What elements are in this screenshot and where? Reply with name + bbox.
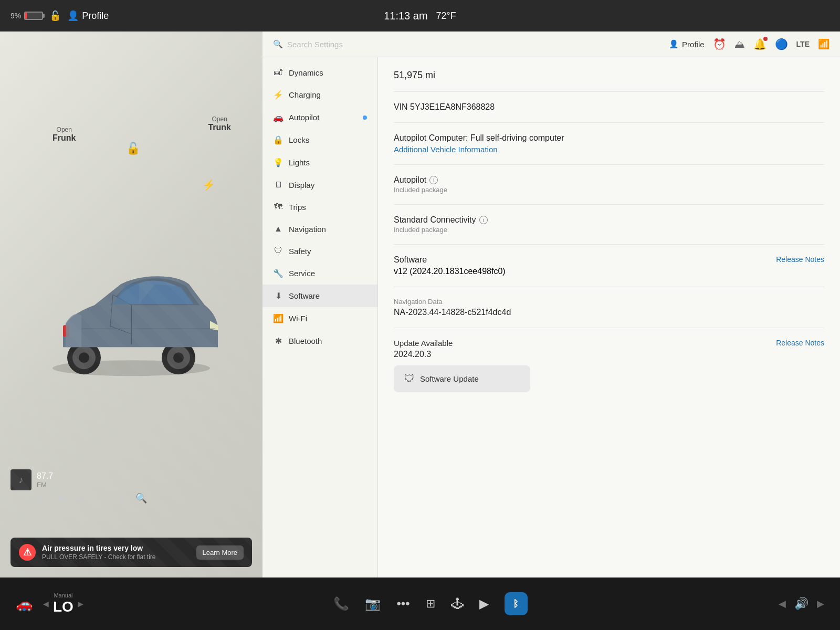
menu-item-charging[interactable]: ⚡ Charging [262,83,377,106]
signal-icon: LTE [796,40,810,48]
grid-icon: ⊞ [426,597,435,611]
stop-button[interactable]: ⏹ [57,493,66,504]
volume-prev-arrow[interactable]: ◀ [779,598,786,610]
taskbar-left: 🚗 ◀ Manual LO ▶ [16,592,121,615]
mileage-row: 51,975 mi [394,70,824,92]
music-player: ♪ 87.7 FM ⏮ ⏹ ⏭ ☆ 🎚 🔍 [10,469,252,504]
next-track-button[interactable]: ⏭ [77,493,86,504]
svg-point-6 [173,352,184,363]
time-display: 11:13 am [384,10,427,22]
gear-next-arrow[interactable]: ▶ [78,600,83,608]
car-status-dot [23,608,26,611]
frunk-open-button[interactable]: Open Frunk [52,126,76,143]
gear-prev-arrow[interactable]: ◀ [43,600,49,608]
left-panel: Open Frunk Open Trunk 🔓 [0,32,262,578]
menu-item-navigation[interactable]: ▲ Navigation [262,218,377,240]
menu-label-lights: Lights [289,158,310,167]
vin-value: VIN 5YJ3E1EA8NF368828 [394,102,824,112]
autopilot-included: Included package [394,186,824,194]
car-svg [32,242,231,379]
music-station-info: 87.7 FM [37,471,53,489]
music-station: 87.7 [37,471,53,481]
menu-item-dynamics[interactable]: 🛋 Dynamics [262,61,377,83]
phone-taskbar-item[interactable]: 📞 [333,596,349,611]
menu-dot-autopilot [363,116,367,120]
menu-icon-lights: 💡 [273,158,284,167]
search-music-button[interactable]: 🔍 [135,492,147,504]
software-version: v12 (2024.20.1831cee498fc0) [394,267,824,276]
autopilot-computer-value: Autopilot Computer: Full self-driving co… [394,133,824,143]
menu-item-safety[interactable]: 🛡 Safety [262,240,377,262]
menu-item-autopilot[interactable]: 🚗 Autopilot [262,106,377,129]
release-notes-button[interactable]: Release Notes [776,255,824,264]
music-note-icon: ♪ [10,469,32,490]
grid-taskbar-item[interactable]: ⊞ [426,597,435,611]
gear-selector: ◀ Manual LO ▶ [43,592,83,615]
menu-label-autopilot: Autopilot [289,113,319,122]
more-dots-icon: ••• [396,596,410,611]
autopilot-computer-row: Autopilot Computer: Full self-driving co… [394,133,824,165]
car-status-item[interactable]: 🚗 [16,596,33,612]
menu-icon-trips: 🗺 [273,202,284,212]
menu-label-locks: Locks [289,135,309,144]
software-update-label: Software Update [420,374,479,383]
bluetooth-taskbar-item[interactable]: ᛒ [505,592,528,615]
prev-track-button[interactable]: ⏮ [37,493,46,504]
menu-item-locks[interactable]: 🔒 Locks [262,129,377,151]
menu-item-wi-fi[interactable]: 📶 Wi-Fi [262,307,377,330]
learn-more-button[interactable]: Learn More [196,545,244,560]
joystick-taskbar-item[interactable]: 🕹 [451,596,464,611]
search-box[interactable]: 🔍 Search Settings [273,39,343,49]
menu-label-navigation: Navigation [289,225,326,234]
bars-icon: 📶 [818,38,830,50]
taskbar-right: ◀ 🔊 ▶ [740,597,824,611]
menu-item-software[interactable]: ⬇ Software [262,285,377,307]
dots-taskbar-item[interactable]: ••• [396,596,410,611]
menu-icon-dynamics: 🛋 [273,68,284,77]
autopilot-info-icon[interactable]: i [429,176,438,184]
update-available-header: Update Available Release Notes [394,339,824,350]
software-label: Software [394,255,427,265]
media-taskbar-item[interactable]: ▶ [479,596,489,611]
svg-point-3 [79,352,89,363]
update-available-row: Update Available Release Notes 2024.20.3… [394,339,824,403]
bluetooth-btn[interactable]: ᛒ [505,592,528,615]
connectivity-label: Standard Connectivity [394,215,476,225]
menu-item-display[interactable]: 🖥 Display [262,174,377,196]
trunk-open-text: Open [208,116,231,123]
profile-button-left[interactable]: 👤 Profile [67,10,109,22]
autopilot-label-row: Autopilot i [394,175,824,185]
media-icon: ▶ [479,596,489,611]
favorite-button[interactable]: ☆ [97,492,105,504]
update-release-notes-button[interactable]: Release Notes [776,339,824,347]
mountain-icon: ⛰ [734,38,745,50]
alert-warning-icon: ⚠ [19,544,36,561]
header-icons: 👤 Profile ⏰ ⛰ 🔔 🔵 LTE 📶 [669,38,830,50]
alert-text-area: Air pressure in tires very low PULL OVER… [42,544,190,561]
menu-label-service: Service [289,269,315,278]
menu-item-lights[interactable]: 💡 Lights [262,151,377,174]
camera-taskbar-item[interactable]: 📷 [365,596,381,611]
additional-vehicle-info-link[interactable]: Additional Vehicle Information [394,145,824,154]
header-profile-button[interactable]: 👤 Profile [669,39,705,49]
menu-icon-locks: 🔒 [273,135,284,145]
menu-label-trips: Trips [289,203,306,212]
connectivity-info-icon[interactable]: i [479,216,488,224]
update-available-label: Update Available [394,339,453,348]
software-update-button[interactable]: 🛡 Software Update [394,365,530,392]
equalizer-button[interactable]: 🎚 [116,493,125,504]
trunk-label-text: Trunk [208,123,231,132]
volume-next-arrow[interactable]: ▶ [817,598,824,610]
charging-icon: ⚡ [202,178,215,191]
menu-label-software: Software [289,291,320,300]
trunk-open-button[interactable]: Open Trunk [208,116,231,132]
menu-item-service[interactable]: 🔧 Service [262,262,377,285]
menu-icon-software: ⬇ [273,291,284,301]
nav-data-value: NA-2023.44-14828-c521f4dc4d [394,308,824,317]
menu-item-bluetooth[interactable]: ✱ Bluetooth [262,330,377,352]
bluetooth-icon-header: 🔵 [775,38,788,50]
gear-letter: LO [53,598,74,615]
vin-row: VIN 5YJ3E1EA8NF368828 [394,102,824,123]
menu-item-trips[interactable]: 🗺 Trips [262,196,377,218]
update-version: 2024.20.3 [394,350,824,359]
